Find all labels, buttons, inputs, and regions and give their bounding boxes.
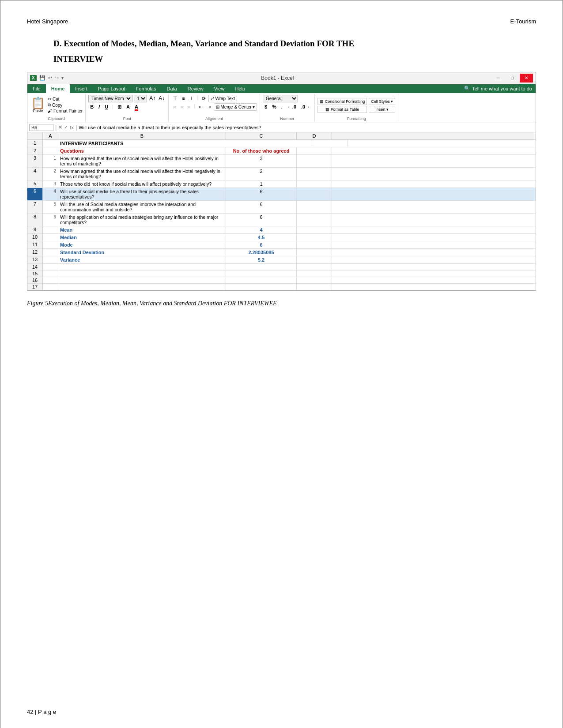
cell-3b[interactable]: How man agreed that the use of social me… xyxy=(58,155,226,167)
cell-4b[interactable]: How man agreed that the use of social me… xyxy=(58,168,226,180)
cell-6b[interactable]: Will use of social media be a threat to … xyxy=(58,188,226,200)
cell-2c[interactable]: No. of those who agreed xyxy=(226,147,297,154)
cell-7d[interactable] xyxy=(297,201,332,213)
minimize-button[interactable]: ─ xyxy=(491,74,505,83)
cell-14c[interactable] xyxy=(226,264,297,270)
tab-formulas[interactable]: Formulas xyxy=(131,84,162,93)
cell-10a[interactable] xyxy=(43,234,58,241)
cell-5d[interactable] xyxy=(297,180,332,188)
cell-10b[interactable]: Median xyxy=(58,234,226,241)
increase-indent-button[interactable]: ⇥ xyxy=(205,103,213,111)
cell-2d[interactable] xyxy=(297,147,332,154)
right-align-button[interactable]: ≡ xyxy=(186,103,192,111)
cell-5a[interactable]: 3 xyxy=(43,180,58,188)
cell-1a[interactable] xyxy=(43,140,58,147)
cancel-formula-icon[interactable]: ✕ xyxy=(58,124,62,130)
cell-15c[interactable] xyxy=(226,270,297,277)
center-align-button[interactable]: ≡ xyxy=(179,103,185,111)
bold-button[interactable]: B xyxy=(88,104,95,110)
cell-16a[interactable] xyxy=(43,277,58,283)
cell-13b[interactable]: Variance xyxy=(58,256,226,263)
cell-8b[interactable]: Will the application of social media str… xyxy=(58,214,226,226)
tab-page-layout[interactable]: Page Layout xyxy=(93,84,131,93)
cell-13a[interactable] xyxy=(43,256,58,263)
font-color-button[interactable]: A xyxy=(133,104,140,110)
number-format-select[interactable]: General xyxy=(263,95,298,102)
cell-15b[interactable] xyxy=(58,270,226,277)
cell-4c[interactable]: 2 xyxy=(226,168,297,180)
cell-4d[interactable] xyxy=(297,168,332,180)
cell-5c[interactable]: 1 xyxy=(226,180,297,188)
cell-styles-button[interactable]: Cell Styles ▾ xyxy=(369,98,395,105)
cell-11a[interactable] xyxy=(43,241,58,248)
cell-1b[interactable]: INTERVIEW PARTICIPANTS xyxy=(58,140,312,147)
tell-me-bar[interactable]: 🔍 Tell me what you want to do xyxy=(461,84,536,93)
font-name-select[interactable]: Times New Roma xyxy=(88,95,132,102)
conditional-formatting-button[interactable]: ▦ Conditional Formatting xyxy=(317,98,367,105)
paste-button[interactable]: 📋 Paste xyxy=(30,96,46,114)
cell-3a[interactable]: 1 xyxy=(43,155,58,167)
cell-9a[interactable] xyxy=(43,226,58,233)
decrease-decimal-button[interactable]: ←.0 xyxy=(286,104,298,110)
underline-button[interactable]: U xyxy=(103,104,110,110)
cell-14a[interactable] xyxy=(43,264,58,270)
insert-button[interactable]: Insert ▾ xyxy=(369,106,395,113)
orientation-button[interactable]: ⟳ xyxy=(200,95,208,102)
increase-decimal-button[interactable]: .0→ xyxy=(299,104,312,110)
insert-function-icon[interactable]: fx xyxy=(70,125,74,130)
cell-10c[interactable]: 4.5 xyxy=(226,234,297,241)
close-button[interactable]: ✕ xyxy=(520,74,533,83)
cell-9b[interactable]: Mean xyxy=(58,226,226,233)
cell-10d[interactable] xyxy=(297,234,332,241)
copy-button[interactable]: ⧉ Copy xyxy=(48,102,83,108)
cell-15a[interactable] xyxy=(43,270,58,277)
cell-17d[interactable] xyxy=(297,284,332,290)
cell-15d[interactable] xyxy=(297,270,332,277)
excel-window-controls[interactable]: ─ □ ✕ xyxy=(491,74,533,83)
cell-9c[interactable]: 4 xyxy=(226,226,297,233)
cell-14b[interactable] xyxy=(58,264,226,270)
tab-insert[interactable]: Insert xyxy=(70,84,93,93)
cell-8d[interactable] xyxy=(297,214,332,226)
cell-2a[interactable] xyxy=(43,147,58,154)
cell-6a[interactable]: 4 xyxy=(43,188,58,200)
cell-3d[interactable] xyxy=(297,155,332,167)
cell-8a[interactable]: 6 xyxy=(43,214,58,226)
cell-6c[interactable]: 6 xyxy=(226,188,297,200)
cell-12a[interactable] xyxy=(43,249,58,256)
wrap-text-button[interactable]: ⇌ Wrap Text xyxy=(208,95,237,102)
font-grow-button[interactable]: A↑ xyxy=(148,95,156,102)
tab-view[interactable]: View xyxy=(209,84,230,93)
italic-button[interactable]: I xyxy=(97,104,102,110)
fill-color-button[interactable]: A xyxy=(125,104,132,110)
cell-4a[interactable]: 2 xyxy=(43,168,58,180)
cell-7b[interactable]: Will the use of Social media strategies … xyxy=(58,201,226,213)
cell-16c[interactable] xyxy=(226,277,297,283)
tab-home[interactable]: Home xyxy=(46,84,70,93)
currency-button[interactable]: $ xyxy=(263,104,269,110)
tab-help[interactable]: Help xyxy=(230,84,250,93)
cell-9d[interactable] xyxy=(297,226,332,233)
font-shrink-button[interactable]: A↓ xyxy=(158,95,166,102)
cell-13c[interactable]: 5.2 xyxy=(226,256,297,263)
confirm-formula-icon[interactable]: ✓ xyxy=(64,124,68,130)
cell-7c[interactable]: 6 xyxy=(226,201,297,213)
bottom-align-button[interactable]: ⊥ xyxy=(188,95,196,102)
tab-file[interactable]: File xyxy=(27,84,46,93)
format-painter-button[interactable]: 🖌 Format Painter xyxy=(48,109,83,113)
cell-1d[interactable] xyxy=(312,140,348,147)
cell-13d[interactable] xyxy=(297,256,332,263)
tab-data[interactable]: Data xyxy=(161,84,182,93)
cell-5b[interactable]: Those who did not know if social media w… xyxy=(58,180,226,188)
cell-16b[interactable] xyxy=(58,277,226,283)
cell-17c[interactable] xyxy=(226,284,297,290)
cell-14d[interactable] xyxy=(297,264,332,270)
cell-12c[interactable]: 2.28035085 xyxy=(226,249,297,256)
cell-2b[interactable]: Questions xyxy=(58,147,226,154)
cell-8c[interactable]: 6 xyxy=(226,214,297,226)
cell-7a[interactable]: 5 xyxy=(43,201,58,213)
cell-3c[interactable]: 3 xyxy=(226,155,297,167)
percent-button[interactable]: % xyxy=(270,104,278,110)
comma-button[interactable]: , xyxy=(280,104,284,110)
maximize-button[interactable]: □ xyxy=(506,74,519,83)
